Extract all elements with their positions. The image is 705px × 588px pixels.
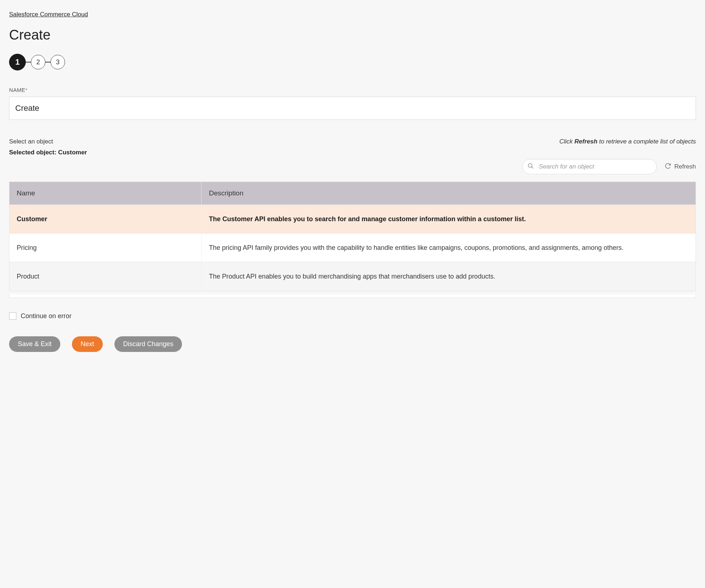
select-object-label: Select an object — [9, 138, 87, 145]
step-connector — [26, 62, 31, 62]
name-field-label: NAME* — [9, 87, 696, 93]
table-row[interactable]: CustomerThe Customer API enables you to … — [9, 205, 696, 234]
discard-changes-button[interactable]: Discard Changes — [114, 336, 182, 352]
table-header-description: Description — [202, 182, 696, 205]
table-bottom-spacer — [9, 294, 696, 298]
refresh-hint: Click Refresh to retrieve a complete lis… — [559, 138, 696, 145]
step-2[interactable]: 2 — [31, 55, 45, 69]
continue-on-error-checkbox[interactable] — [9, 312, 16, 320]
table-cell-name: Pricing — [9, 234, 202, 262]
required-indicator: * — [25, 87, 28, 93]
save-exit-button[interactable]: Save & Exit — [9, 336, 60, 352]
refresh-button[interactable]: Refresh — [665, 163, 696, 171]
table-cell-description: The pricing API family provides you with… — [202, 234, 696, 262]
selected-object: Selected object: Customer — [9, 149, 87, 156]
continue-on-error-label: Continue on error — [21, 312, 72, 320]
svg-line-1 — [532, 167, 534, 169]
svg-point-0 — [528, 163, 532, 167]
step-connector — [45, 62, 50, 62]
table-row[interactable]: PricingThe pricing API family provides y… — [9, 234, 696, 262]
wizard-stepper: 1 2 3 — [9, 54, 696, 70]
search-input[interactable] — [522, 159, 657, 174]
search-icon — [527, 163, 534, 171]
step-1[interactable]: 1 — [9, 54, 26, 70]
breadcrumb-link[interactable]: Salesforce Commerce Cloud — [9, 11, 88, 18]
refresh-label: Refresh — [674, 163, 696, 170]
table-cell-name: Customer — [9, 205, 202, 234]
name-input[interactable] — [9, 97, 696, 120]
page-title: Create — [9, 27, 696, 43]
table-header-name: Name — [9, 182, 202, 205]
next-button[interactable]: Next — [72, 336, 103, 352]
table-cell-description: The Product API enables you to build mer… — [202, 262, 696, 291]
table-cell-description: The Customer API enables you to search f… — [202, 205, 696, 234]
table-cell-name: Product — [9, 262, 202, 291]
step-3[interactable]: 3 — [50, 55, 65, 69]
object-table: Name Description CustomerThe Customer AP… — [9, 182, 696, 291]
refresh-icon — [665, 163, 671, 171]
table-row[interactable]: ProductThe Product API enables you to bu… — [9, 262, 696, 291]
